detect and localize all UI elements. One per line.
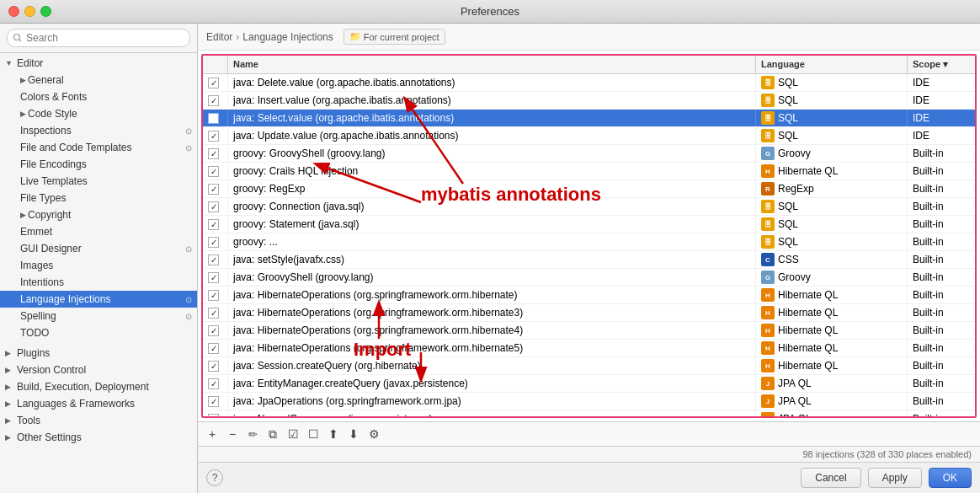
row-checkbox[interactable]	[203, 393, 228, 410]
checkbox[interactable]	[208, 78, 219, 88]
window-controls[interactable]	[8, 6, 51, 17]
minimize-button[interactable]	[24, 6, 35, 17]
apply-button[interactable]: Apply	[868, 468, 922, 488]
table-row[interactable]: groovy: ... 🗄 SQL Built-in	[203, 233, 975, 251]
sidebar-item-general[interactable]: ▶ General	[0, 72, 197, 88]
ok-button[interactable]: OK	[929, 468, 972, 488]
sidebar-item-file-encodings[interactable]: File Encodings	[0, 156, 197, 173]
row-checkbox[interactable]	[203, 198, 228, 215]
sidebar-item-spelling[interactable]: Spelling ⊙	[0, 308, 197, 324]
table-row[interactable]: java: NamedQuery.query (javax.persistenc…	[203, 410, 975, 418]
version-control-header[interactable]: ▶ Version Control	[0, 362, 197, 378]
table-row[interactable]: java: HibernateOperations (org.springfra…	[203, 287, 975, 304]
sidebar-item-copyright[interactable]: ▶ Copyright	[0, 206, 197, 223]
plugins-header[interactable]: ▶ Plugins	[0, 345, 197, 362]
checkbox[interactable]	[208, 113, 219, 124]
checkbox[interactable]	[208, 131, 219, 142]
sidebar-item-inspections[interactable]: Inspections ⊙	[0, 122, 197, 139]
checkbox[interactable]	[208, 272, 219, 283]
row-checkbox[interactable]	[203, 92, 228, 109]
table-row[interactable]: java: setStyle(javafx.css) C CSS Built-i…	[203, 251, 975, 269]
row-checkbox[interactable]	[203, 127, 228, 144]
row-checkbox[interactable]	[203, 233, 228, 250]
search-input[interactable]	[7, 29, 190, 47]
close-button[interactable]	[8, 6, 19, 17]
sidebar-item-images[interactable]: Images	[0, 257, 197, 274]
sidebar-item-gui-designer[interactable]: GUI Designer ⊙	[0, 240, 197, 257]
help-button[interactable]: ?	[206, 469, 223, 486]
table-row[interactable]: java: JpaOperations (org.springframework…	[203, 393, 975, 410]
checkbox[interactable]	[208, 325, 219, 336]
row-checkbox[interactable]	[203, 251, 228, 268]
sidebar-item-code-style[interactable]: ▶ Code Style	[0, 105, 197, 122]
checkbox[interactable]	[208, 237, 219, 248]
row-checkbox[interactable]	[203, 340, 228, 356]
checkbox[interactable]	[208, 396, 219, 407]
row-checkbox[interactable]	[203, 163, 228, 180]
checkbox[interactable]	[208, 148, 219, 159]
table-row[interactable]: java: HibernateOperations (org.springfra…	[203, 340, 975, 357]
checkbox[interactable]	[208, 184, 219, 195]
cancel-button[interactable]: Cancel	[801, 468, 860, 488]
table-row[interactable]: groovy: Connection (java.sql) 🗄 SQL Buil…	[203, 198, 975, 216]
maximize-button[interactable]	[40, 6, 51, 17]
row-checkbox[interactable]	[203, 375, 228, 392]
export-button[interactable]: ⬇	[344, 425, 363, 443]
row-checkbox[interactable]	[203, 322, 228, 339]
languages-header[interactable]: ▶ Languages & Frameworks	[0, 395, 197, 412]
row-checkbox[interactable]	[203, 410, 228, 418]
checkbox[interactable]	[208, 308, 219, 319]
add-button[interactable]: +	[203, 425, 221, 443]
table-row[interactable]: java: Update.value (org.apache.ibatis.an…	[203, 127, 975, 145]
sidebar-item-language-injections[interactable]: Language Injections ⊙	[0, 291, 197, 308]
row-checkbox[interactable]	[203, 287, 228, 303]
table-row[interactable]: java: Insert.value (org.apache.ibatis.an…	[203, 92, 975, 110]
table-row[interactable]: java: HibernateOperations (org.springfra…	[203, 322, 975, 340]
checkbox[interactable]	[208, 166, 219, 177]
row-checkbox[interactable]	[203, 216, 228, 233]
check-button[interactable]: ☑	[284, 425, 302, 443]
sidebar-item-file-types[interactable]: File Types	[0, 190, 197, 206]
table-row[interactable]: java: EntityManager.createQuery (javax.p…	[203, 375, 975, 393]
row-checkbox[interactable]	[203, 145, 228, 162]
checkbox[interactable]	[208, 255, 219, 265]
checkbox[interactable]	[208, 361, 219, 372]
table-row[interactable]: groovy: Crails HQL injection H Hibernate…	[203, 163, 975, 180]
tools-header[interactable]: ▶ Tools	[0, 412, 197, 429]
row-checkbox[interactable]	[203, 110, 228, 126]
table-row[interactable]: groovy: GroovyShell (groovy.lang) G Groo…	[203, 145, 975, 163]
row-checkbox[interactable]	[203, 269, 228, 286]
table-row[interactable]: groovy: RegExp R RegExp Built-in	[203, 180, 975, 198]
sidebar-item-emmet[interactable]: Emmet	[0, 223, 197, 240]
row-checkbox[interactable]	[203, 357, 228, 374]
row-checkbox[interactable]	[203, 304, 228, 321]
checkbox[interactable]	[208, 290, 219, 301]
for-current-project-button[interactable]: 📁 For current project	[344, 29, 445, 45]
config-button[interactable]: ⚙	[365, 425, 383, 443]
remove-button[interactable]: −	[223, 425, 242, 443]
table-row[interactable]: java: Session.createQuery (org.hibernate…	[203, 357, 975, 375]
checkbox[interactable]	[208, 414, 219, 419]
table-row[interactable]: java: GroovyShell (groovy.lang) G Groovy…	[203, 269, 975, 287]
table-row[interactable]: java: Delete.value (org.apache.ibatis.an…	[203, 74, 975, 92]
sidebar-item-colors-fonts[interactable]: Colors & Fonts	[0, 88, 197, 105]
uncheck-button[interactable]: ☐	[304, 425, 322, 443]
build-header[interactable]: ▶ Build, Execution, Deployment	[0, 378, 197, 395]
checkbox[interactable]	[208, 219, 219, 230]
sidebar-item-todo[interactable]: TODO	[0, 324, 197, 341]
edit-button[interactable]: ✏	[243, 425, 262, 443]
search-box[interactable]	[0, 24, 197, 53]
row-checkbox[interactable]	[203, 74, 228, 91]
sidebar-item-live-templates[interactable]: Live Templates	[0, 173, 197, 190]
checkbox[interactable]	[208, 95, 219, 106]
sidebar-item-file-code-templates[interactable]: File and Code Templates ⊙	[0, 139, 197, 156]
copy-button[interactable]: ⧉	[264, 425, 282, 443]
row-checkbox[interactable]	[203, 180, 228, 197]
table-row[interactable]: groovy: Statement (java.sql) 🗄 SQL Built…	[203, 216, 975, 233]
import-button[interactable]: ⬆	[324, 425, 343, 443]
checkbox[interactable]	[208, 201, 219, 212]
checkbox[interactable]	[208, 378, 219, 389]
editor-group-header[interactable]: ▼ Editor	[0, 55, 197, 72]
checkbox[interactable]	[208, 343, 219, 354]
table-row[interactable]: java: Select.value (org.apache.ibatis.an…	[203, 110, 975, 127]
